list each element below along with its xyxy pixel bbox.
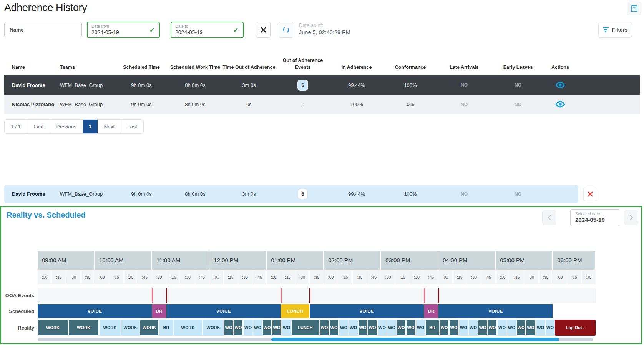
pagination-last-button[interactable]: Last bbox=[121, 120, 143, 133]
late-arrivals: NO bbox=[437, 191, 491, 197]
reality-block[interactable]: WORK bbox=[99, 320, 120, 336]
pagination-next-button[interactable]: Next bbox=[98, 120, 121, 133]
tick-label: :45 bbox=[367, 270, 381, 284]
pagination-previous-button[interactable]: Previous bbox=[50, 120, 83, 133]
scheduled-block[interactable]: VOICE bbox=[310, 304, 424, 318]
ooa-events-badge: 6 bbox=[298, 80, 307, 90]
column-header-in-adherence: In Adherence bbox=[330, 64, 383, 71]
reality-block[interactable]: WO bbox=[497, 320, 506, 336]
tick-label: :15 bbox=[109, 270, 123, 284]
early-leaves: NO bbox=[491, 191, 545, 197]
ooa-event-marker[interactable] bbox=[309, 288, 310, 303]
ooa-event-marker[interactable] bbox=[152, 288, 153, 303]
date-from-field[interactable]: Date from 2024-05-19 ✓ bbox=[87, 22, 160, 38]
reality-block[interactable]: WO bbox=[478, 320, 487, 336]
tick-label: :30 bbox=[66, 270, 80, 284]
reality-block[interactable]: WO bbox=[526, 320, 535, 336]
view-details-button[interactable] bbox=[554, 100, 566, 108]
reality-block[interactable]: WO bbox=[488, 320, 497, 336]
column-header-scheduled-time: Scheduled Time bbox=[115, 64, 168, 71]
reality-block[interactable]: WO bbox=[262, 320, 272, 336]
help-button[interactable]: ? bbox=[627, 2, 641, 15]
ooa-events-cell: 0 bbox=[276, 102, 330, 107]
tick-label: :00 bbox=[438, 270, 452, 284]
reality-block[interactable]: WO bbox=[406, 320, 415, 336]
reality-block[interactable]: WO bbox=[449, 320, 458, 336]
tick-label: :00 bbox=[267, 270, 281, 284]
reality-block[interactable]: WO bbox=[349, 320, 358, 336]
scrollbar-thumb[interactable] bbox=[271, 338, 559, 341]
scheduled-block[interactable]: VOICE bbox=[438, 304, 553, 318]
agent-team: WFM_Base_Group bbox=[57, 191, 115, 197]
ooa-event-marker[interactable] bbox=[166, 288, 167, 303]
reality-block[interactable]: WO bbox=[339, 320, 348, 336]
next-day-button[interactable] bbox=[624, 210, 638, 225]
previous-day-button[interactable] bbox=[542, 210, 556, 225]
reality-block[interactable]: WO bbox=[416, 320, 425, 336]
hour-header: 11:00 AM bbox=[152, 251, 209, 270]
tick-label: :30 bbox=[410, 270, 424, 284]
clear-dates-button[interactable] bbox=[256, 22, 271, 38]
scheduled-block[interactable]: LUNCH bbox=[281, 304, 309, 318]
table-row[interactable]: David FroomeWFM_Base_Group9h 0m 0s8h 0m … bbox=[4, 75, 640, 95]
reality-block[interactable]: WO bbox=[368, 320, 377, 336]
reality-block[interactable]: WO bbox=[397, 320, 406, 336]
pagination-current-page[interactable]: 1 bbox=[83, 120, 98, 133]
timeline-scrollbar[interactable] bbox=[38, 338, 593, 341]
help-icon: ? bbox=[631, 5, 637, 12]
reality-block[interactable]: WO bbox=[329, 320, 339, 336]
reality-block[interactable]: WO bbox=[243, 320, 252, 336]
reality-block[interactable]: WORK bbox=[202, 320, 224, 336]
table-row[interactable]: Nicolas PizzolattoWFM_Base_Group9h 0m 0s… bbox=[4, 95, 640, 114]
refresh-button[interactable] bbox=[279, 22, 293, 38]
ooa-event-marker[interactable] bbox=[281, 288, 282, 303]
reality-block[interactable]: WO bbox=[387, 320, 396, 336]
tick-label: :00 bbox=[496, 270, 510, 284]
reality-block[interactable]: WO bbox=[507, 320, 516, 336]
reality-block[interactable]: WO bbox=[272, 320, 281, 336]
scheduled-work-time: 8h 0m 0s bbox=[168, 102, 222, 107]
reality-block[interactable]: WO bbox=[459, 320, 468, 336]
selected-date-field[interactable]: Selected date 2024-05-19 bbox=[570, 209, 620, 226]
reality-block[interactable]: BR bbox=[159, 320, 173, 336]
reality-block[interactable]: WO bbox=[516, 320, 526, 336]
reality-block[interactable]: WO bbox=[253, 320, 262, 336]
reality-block[interactable]: WO bbox=[536, 320, 545, 336]
reality-block[interactable]: WO bbox=[440, 320, 449, 336]
time-out-of-adherence: 3m 0s bbox=[222, 191, 276, 197]
column-header-conformance: Conformance bbox=[383, 64, 437, 71]
close-detail-button[interactable] bbox=[583, 187, 597, 201]
reality-block[interactable]: WORK bbox=[121, 320, 139, 336]
reality-block[interactable]: Log Out - bbox=[555, 320, 596, 336]
reality-block[interactable]: WO bbox=[468, 320, 478, 336]
reality-block[interactable]: WO bbox=[234, 320, 243, 336]
ooa-event-marker[interactable] bbox=[438, 288, 439, 303]
chevron-left-icon bbox=[548, 215, 551, 221]
reality-block[interactable]: LUNCH bbox=[291, 320, 319, 336]
reality-block[interactable]: WORK bbox=[140, 320, 159, 336]
reality-block[interactable]: WORK bbox=[173, 320, 202, 336]
scheduled-block[interactable]: BR bbox=[152, 304, 166, 318]
reality-block[interactable]: WO bbox=[545, 320, 554, 336]
reality-block[interactable]: WORK bbox=[38, 320, 68, 336]
reality-block[interactable]: WORK bbox=[68, 320, 99, 336]
filters-button[interactable]: Filters bbox=[598, 22, 632, 38]
data-as-of-value: June 5, 02:40:29 PM bbox=[299, 29, 350, 35]
scheduled-block[interactable]: BR bbox=[424, 304, 438, 318]
reality-block[interactable]: BR bbox=[425, 320, 439, 336]
reality-block[interactable]: WO bbox=[358, 320, 367, 336]
reality-block[interactable]: WO bbox=[377, 320, 387, 336]
in-adherence: 100% bbox=[330, 102, 383, 107]
reality-block[interactable]: WO bbox=[282, 320, 291, 336]
eye-icon bbox=[555, 101, 565, 108]
pagination-first-button[interactable]: First bbox=[27, 120, 50, 133]
column-header-time-out-of-adherence: Time Out of Adherence bbox=[222, 64, 276, 71]
date-to-field[interactable]: Date to 2024-05-19 ✓ bbox=[171, 22, 244, 38]
reality-block[interactable]: WO bbox=[320, 320, 329, 336]
scheduled-block[interactable]: VOICE bbox=[38, 304, 152, 318]
ooa-event-marker[interactable] bbox=[424, 288, 425, 303]
reality-block[interactable]: WO bbox=[224, 320, 233, 336]
view-details-button[interactable] bbox=[554, 81, 566, 89]
scheduled-block[interactable]: VOICE bbox=[166, 304, 281, 318]
name-filter-input[interactable] bbox=[4, 22, 82, 37]
